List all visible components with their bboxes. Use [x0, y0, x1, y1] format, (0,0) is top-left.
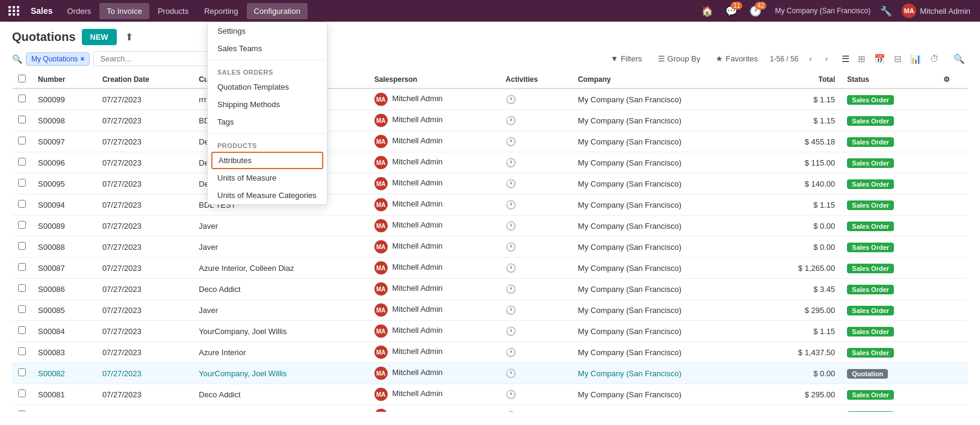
row-checkbox[interactable]	[18, 200, 26, 208]
nav-item-products[interactable]: Products	[150, 3, 196, 19]
menu-item-quotation-templates[interactable]: Quotation Templates	[208, 78, 327, 96]
menu-item-shipping-methods[interactable]: Shipping Methods	[208, 96, 327, 113]
cell-activities[interactable]: 🕐	[500, 342, 572, 363]
row-checkbox-cell[interactable]	[12, 258, 32, 279]
row-checkbox-cell[interactable]	[12, 131, 32, 152]
cell-activities[interactable]: 🕐	[500, 216, 572, 237]
menu-item-sales-teams[interactable]: Sales Teams	[208, 40, 327, 57]
cell-activities[interactable]: 🕐	[500, 173, 572, 194]
cell-activities[interactable]: 🕐	[500, 279, 572, 300]
col-settings[interactable]: ⚙	[937, 71, 968, 88]
cell-activities[interactable]: 🕐	[500, 300, 572, 321]
cell-activities[interactable]: 🕐	[500, 152, 572, 173]
active-filter-tag[interactable]: My Quotations ×	[26, 52, 90, 66]
pivot-view-button[interactable]: ⊟	[891, 52, 905, 66]
order-date-link[interactable]: 07/27/2023	[102, 369, 141, 378]
nav-item-orders[interactable]: Orders	[60, 3, 99, 19]
row-checkbox-cell[interactable]	[12, 384, 32, 405]
select-all-header[interactable]	[12, 71, 32, 88]
row-checkbox[interactable]	[18, 284, 26, 292]
cell-activities[interactable]: 🕐	[500, 88, 572, 110]
row-checkbox[interactable]	[18, 411, 26, 412]
row-checkbox-cell[interactable]	[12, 321, 32, 342]
col-company[interactable]: Company	[572, 71, 761, 88]
row-checkbox[interactable]	[18, 242, 26, 250]
row-checkbox-cell[interactable]	[12, 194, 32, 216]
activity-clock-icon[interactable]: 🕐	[506, 179, 516, 188]
import-button[interactable]: ⬆	[123, 29, 135, 45]
menu-item-tags[interactable]: Tags	[208, 113, 327, 131]
row-checkbox-cell[interactable]	[12, 363, 32, 384]
col-creation-date[interactable]: Creation Date	[96, 71, 193, 88]
row-checkbox-cell[interactable]	[12, 110, 32, 131]
row-checkbox-cell[interactable]	[12, 152, 32, 173]
row-checkbox-cell[interactable]	[12, 88, 32, 110]
row-checkbox[interactable]	[18, 158, 26, 166]
group-by-button[interactable]: ☰ Group By	[654, 52, 704, 65]
nav-item-reporting[interactable]: Reporting	[197, 3, 245, 19]
activity-clock-icon[interactable]: 🕐	[506, 411, 516, 412]
nav-item-toinvoice[interactable]: To Invoice	[99, 3, 149, 19]
row-checkbox-cell[interactable]	[12, 237, 32, 258]
row-checkbox[interactable]	[18, 389, 26, 397]
cell-activities[interactable]: 🕐	[500, 258, 572, 279]
favorites-button[interactable]: ★ Favorites	[712, 52, 761, 65]
cell-activities[interactable]: 🕐	[500, 384, 572, 405]
new-button[interactable]: NEW	[82, 29, 117, 45]
cell-activities[interactable]: 🕐	[500, 194, 572, 216]
cell-activities[interactable]: 🕐	[500, 321, 572, 342]
row-checkbox[interactable]	[18, 116, 26, 123]
col-number[interactable]: Number	[32, 71, 96, 88]
search-toggle-button[interactable]: 🔍	[951, 52, 968, 66]
row-checkbox-cell[interactable]	[12, 405, 32, 412]
row-checkbox[interactable]	[18, 263, 26, 271]
graph-view-button[interactable]: 📊	[907, 52, 925, 66]
pagination-next[interactable]: ›	[823, 53, 830, 64]
cell-activities[interactable]: 🕐	[500, 237, 572, 258]
col-status[interactable]: Status	[841, 71, 937, 88]
activity-clock-icon[interactable]: 🕐	[506, 242, 516, 252]
row-checkbox[interactable]	[18, 179, 26, 187]
col-total[interactable]: Total	[761, 71, 841, 88]
row-checkbox[interactable]	[18, 347, 26, 355]
row-checkbox-cell[interactable]	[12, 173, 32, 194]
calendar-view-button[interactable]: 📅	[871, 52, 889, 66]
activity-clock-icon[interactable]: 🕐	[506, 347, 516, 357]
menu-item-attributes[interactable]: Attributes	[211, 152, 323, 169]
activity-clock-icon[interactable]: 🕐	[506, 116, 516, 125]
filters-button[interactable]: ▼ Filters	[607, 52, 645, 65]
menu-item-settings[interactable]: Settings	[208, 22, 327, 40]
row-checkbox[interactable]	[18, 368, 26, 376]
order-number-link[interactable]: S00082	[38, 369, 65, 378]
activity-clock-icon[interactable]: 🕐	[506, 158, 516, 167]
nav-item-configuration[interactable]: Configuration	[247, 3, 308, 19]
cell-activities[interactable]: 🕐	[500, 110, 572, 131]
row-checkbox[interactable]	[18, 305, 26, 313]
activity-clock-icon[interactable]: 🕐	[506, 95, 516, 104]
kanban-view-button[interactable]: ⊞	[855, 52, 869, 66]
brand-name[interactable]: Sales	[26, 6, 58, 16]
menu-item-units-of-measure[interactable]: Units of Measure	[208, 169, 327, 187]
list-view-button[interactable]: ☰	[839, 52, 852, 66]
row-checkbox[interactable]	[18, 326, 26, 334]
activity-clock-icon[interactable]: 🕐	[506, 263, 516, 273]
activity-clock-icon[interactable]: 🕐	[506, 137, 516, 146]
activity-clock-icon[interactable]: 🕐	[506, 389, 516, 399]
clock-icon-btn[interactable]: 🕐 42	[746, 3, 765, 19]
col-activities[interactable]: Activities	[500, 71, 572, 88]
row-checkbox[interactable]	[18, 221, 26, 229]
activity-clock-icon[interactable]: 🕐	[506, 305, 516, 315]
row-checkbox-cell[interactable]	[12, 279, 32, 300]
activity-view-button[interactable]: ⏱	[927, 52, 942, 66]
row-checkbox-cell[interactable]	[12, 300, 32, 321]
activity-clock-icon[interactable]: 🕐	[506, 326, 516, 336]
apps-menu-button[interactable]	[5, 4, 23, 18]
cell-activities[interactable]: 🕐	[500, 405, 572, 412]
row-checkbox[interactable]	[18, 137, 26, 144]
settings-wrench-icon[interactable]: 🔧	[880, 5, 892, 17]
activity-clock-icon[interactable]: 🕐	[506, 284, 516, 294]
menu-item-units-of-measure-categories[interactable]: Units of Measure Categories	[208, 187, 327, 204]
chat-icon-btn[interactable]: 💬 11	[722, 3, 741, 19]
cell-activities[interactable]: 🕐	[500, 363, 572, 384]
activity-clock-icon[interactable]: 🕐	[506, 368, 516, 378]
